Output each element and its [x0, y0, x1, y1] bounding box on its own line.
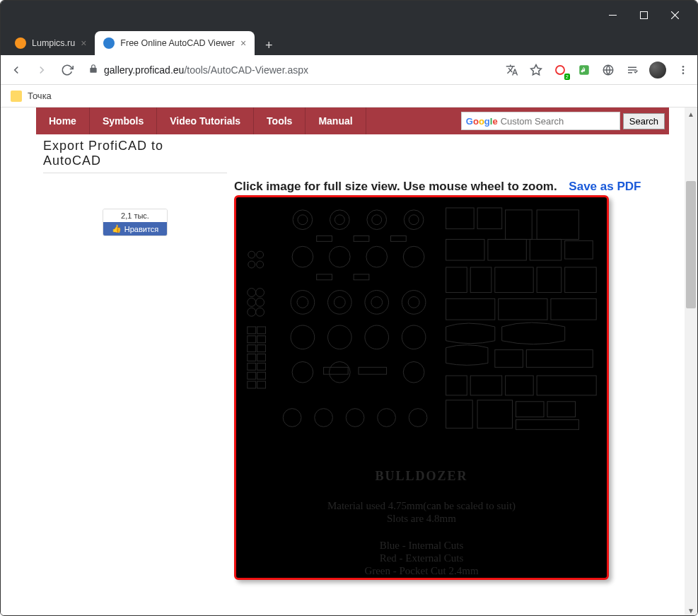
svg-rect-59: [257, 336, 266, 343]
svg-rect-78: [446, 267, 467, 293]
lock-icon: [88, 64, 98, 76]
close-icon[interactable]: ×: [81, 37, 86, 49]
svg-point-43: [346, 409, 364, 427]
svg-rect-60: [248, 345, 256, 352]
svg-rect-80: [495, 267, 533, 293]
search-button[interactable]: Search: [623, 113, 665, 129]
window-titlebar: [1, 1, 697, 30]
svg-point-54: [248, 308, 256, 316]
svg-rect-83: [446, 298, 495, 320]
svg-rect-77: [565, 240, 593, 259]
back-button[interactable]: [8, 62, 25, 79]
new-tab-button[interactable]: +: [259, 35, 279, 55]
window-minimize-button[interactable]: [597, 1, 628, 30]
nav-video-tutorials[interactable]: Video Tutorials: [157, 107, 254, 134]
browser-navbar: gallery.proficad.eu/tools/AutoCAD-Viewer…: [1, 55, 697, 85]
svg-rect-82: [565, 267, 596, 293]
svg-point-13: [682, 72, 685, 74]
svg-rect-1: [640, 12, 647, 19]
favicon-icon: [15, 37, 26, 49]
svg-rect-61: [257, 345, 266, 352]
sidebar-heading-line: Export ProfiCAD to: [43, 139, 227, 153]
svg-point-18: [367, 210, 387, 230]
svg-point-36: [365, 325, 389, 349]
svg-point-23: [329, 246, 350, 267]
svg-rect-68: [248, 381, 256, 388]
svg-point-32: [371, 296, 383, 308]
svg-point-31: [334, 296, 345, 308]
svg-point-38: [292, 361, 313, 383]
fb-like-button[interactable]: 👍 Нравится: [103, 222, 167, 236]
scroll-up-icon[interactable]: ▲: [685, 107, 697, 120]
tab-title: Lumpics.ru: [32, 38, 75, 48]
nav-symbols[interactable]: Symbols: [90, 107, 157, 134]
site-container: Home Symbols Video Tutorials Tools Manua…: [36, 107, 669, 580]
main-content: Click image for full size view. Use mous…: [234, 134, 669, 580]
nav-manual[interactable]: Manual: [306, 107, 366, 134]
page-scrollbar[interactable]: ▲ ▼: [685, 107, 697, 616]
scroll-thumb[interactable]: [686, 181, 696, 308]
star-icon[interactable]: [529, 63, 543, 77]
forward-button[interactable]: [33, 62, 50, 79]
address-bar[interactable]: gallery.proficad.eu/tools/AutoCAD-Viewer…: [84, 64, 496, 76]
drawing-title: BULLDOZER: [236, 469, 607, 484]
nav-tools[interactable]: Tools: [254, 107, 306, 134]
globe-icon[interactable]: [601, 63, 615, 77]
svg-rect-85: [551, 298, 596, 320]
extension-icon[interactable]: 2: [553, 63, 567, 77]
menu-icon[interactable]: [676, 63, 690, 77]
window-close-button[interactable]: [659, 1, 690, 30]
svg-rect-75: [488, 239, 526, 260]
search-box[interactable]: Google: [461, 112, 620, 130]
scroll-down-icon[interactable]: ▼: [685, 604, 697, 616]
site-body: Export ProfiCAD to AutoCAD 2,1 тыс. 👍 Нр…: [36, 134, 669, 580]
translate-icon[interactable]: [505, 63, 519, 77]
svg-point-34: [291, 325, 315, 349]
close-icon[interactable]: ×: [240, 37, 246, 49]
svg-point-27: [328, 291, 352, 315]
svg-point-21: [409, 215, 419, 225]
svg-rect-70: [446, 208, 475, 229]
svg-rect-73: [537, 210, 578, 240]
svg-point-5: [556, 66, 564, 74]
svg-rect-86: [495, 350, 523, 368]
tab-strip: Lumpics.ru × Free Online AutoCAD Viewer …: [1, 30, 697, 55]
svg-rect-67: [257, 372, 266, 379]
extension-music-icon[interactable]: [577, 63, 591, 77]
svg-point-45: [409, 409, 427, 427]
reading-list-icon[interactable]: [625, 63, 639, 77]
svg-rect-90: [506, 376, 534, 395]
sidebar: Export ProfiCAD to AutoCAD 2,1 тыс. 👍 Нр…: [36, 134, 234, 580]
svg-rect-97: [317, 236, 332, 241]
cad-preview-image[interactable]: BULLDOZER Material used 4.75mm(can be sc…: [234, 195, 609, 580]
svg-rect-71: [477, 208, 502, 229]
reload-button[interactable]: [59, 62, 76, 79]
svg-point-35: [328, 325, 352, 349]
svg-rect-63: [257, 354, 266, 361]
svg-rect-72: [506, 210, 533, 240]
svg-rect-87: [526, 350, 593, 368]
tab-lumpics[interactable]: Lumpics.ru ×: [6, 31, 95, 55]
svg-point-39: [329, 361, 350, 383]
svg-rect-57: [257, 327, 266, 334]
drawing-note: Material used 4.75mm(can be scaled to su…: [236, 500, 607, 512]
page-viewport: Home Symbols Video Tutorials Tools Manua…: [1, 107, 697, 616]
facebook-like-widget[interactable]: 2,1 тыс. 👍 Нравится: [103, 209, 168, 236]
svg-rect-84: [499, 298, 547, 320]
favicon-icon: [103, 37, 115, 49]
svg-point-28: [365, 291, 389, 315]
tab-autocad-viewer[interactable]: Free Online AutoCAD Viewer ×: [95, 31, 255, 55]
bookmark-item[interactable]: Точка: [28, 91, 52, 101]
save-as-pdf-link[interactable]: Save as PDF: [569, 180, 641, 194]
viewer-instruction: Click image for full size view. Use mous…: [234, 180, 669, 194]
fb-like-label: Нравится: [124, 225, 159, 233]
svg-rect-74: [446, 239, 484, 260]
sidebar-heading-line: AutoCAD: [43, 153, 227, 168]
window-maximize-button[interactable]: [628, 1, 659, 30]
svg-point-29: [402, 291, 426, 315]
svg-point-52: [248, 298, 256, 306]
bookmarks-bar: Точка: [1, 85, 697, 107]
profile-avatar[interactable]: [649, 62, 666, 79]
nav-home[interactable]: Home: [36, 107, 90, 134]
search-input[interactable]: [501, 116, 620, 127]
